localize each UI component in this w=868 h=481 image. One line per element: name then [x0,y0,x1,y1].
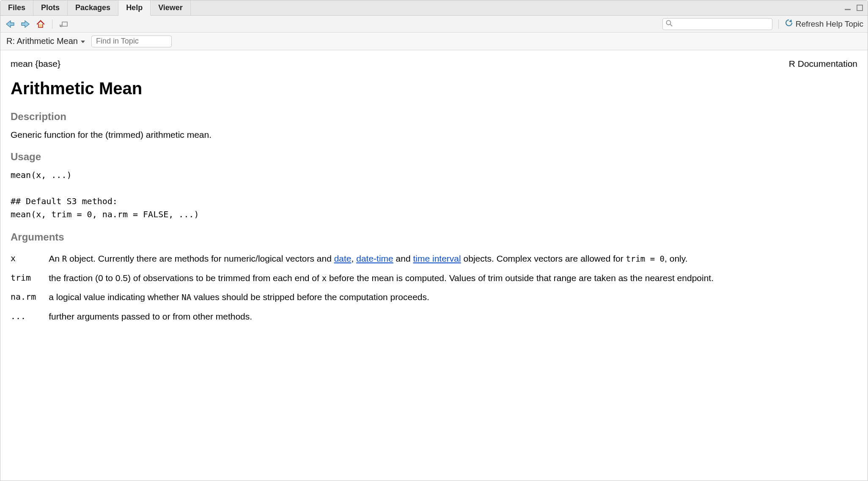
back-button[interactable] [5,19,16,30]
link-date-time[interactable]: date-time [356,254,393,263]
heading-arguments: Arguments [11,231,857,243]
panel-tabbar: Files Plots Packages Help Viewer [0,0,868,16]
tab-viewer[interactable]: Viewer [151,0,191,15]
tab-packages[interactable]: Packages [68,0,118,15]
link-date[interactable]: date [334,254,352,263]
popout-button[interactable] [58,19,69,30]
tab-help[interactable]: Help [118,0,151,16]
tab-plots[interactable]: Plots [33,0,68,15]
home-button[interactable] [35,19,46,30]
refresh-help-button[interactable]: Refresh Help Topic [785,19,863,29]
toolbar-divider-2 [778,19,779,29]
arg-desc: a logical value indicating whether NA va… [49,287,714,306]
doc-rightlabel: R Documentation [789,59,857,69]
help-document: mean {base} R Documentation Arithmetic M… [0,50,868,481]
find-in-topic-input[interactable] [91,36,172,47]
arg-row-dots: ... further arguments passed to or from … [11,307,714,326]
usage-code: mean(x, ...) ## Default S3 method: mean(… [11,169,857,221]
arg-term: trim [11,268,49,287]
forward-button[interactable] [20,19,31,30]
description-text: Generic function for the (trimmed) arith… [11,128,857,141]
svg-rect-0 [845,9,851,10]
arg-term: na.rm [11,287,49,306]
arg-row-trim: trim the fraction (0 to 0.5) of observat… [11,268,714,287]
doc-title: Arithmetic Mean [11,79,857,98]
search-icon [665,19,673,29]
chevron-down-icon [80,36,85,46]
arguments-table: x An R object. Currently there are metho… [11,249,714,326]
topic-dropdown[interactable]: R: Arithmetic Mean [6,36,85,46]
refresh-icon [785,19,793,29]
arg-desc: the fraction (0 to 0.5) of observations … [49,268,714,287]
toolbar-divider [52,19,52,29]
heading-usage: Usage [11,151,857,163]
link-time-interval[interactable]: time interval [413,254,461,263]
svg-point-3 [666,20,670,25]
help-subbar: R: Arithmetic Mean [0,33,868,50]
help-search-box[interactable] [662,18,772,30]
arg-row-x: x An R object. Currently there are metho… [11,249,714,268]
help-toolbar: Refresh Help Topic [0,16,868,33]
doc-pkgline: mean {base} [11,59,60,69]
refresh-label: Refresh Help Topic [796,19,863,29]
topic-label: R: Arithmetic Mean [6,36,78,46]
arg-row-narm: na.rm a logical value indicating whether… [11,287,714,306]
minimize-icon[interactable] [844,5,853,11]
svg-line-4 [670,24,672,26]
svg-rect-1 [857,5,863,11]
arg-term: x [11,249,49,268]
heading-description: Description [11,111,857,123]
help-panel: Files Plots Packages Help Viewer [0,0,868,481]
help-search-input[interactable] [673,20,769,27]
tab-files[interactable]: Files [0,0,33,15]
arg-term: ... [11,307,49,326]
arg-desc: further arguments passed to or from othe… [49,307,714,326]
svg-rect-2 [62,22,67,26]
arg-desc: An R object. Currently there are methods… [49,249,714,268]
maximize-icon[interactable] [856,4,864,12]
